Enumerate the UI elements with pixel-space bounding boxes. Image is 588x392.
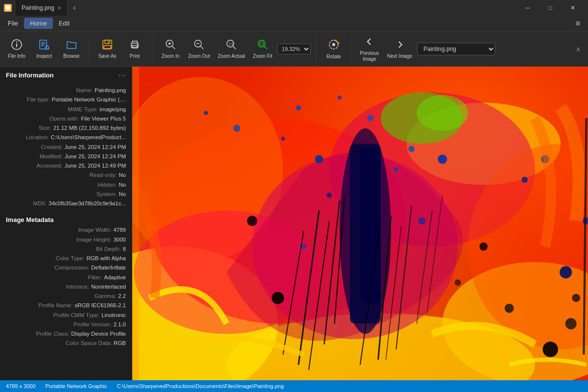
- menu-edit[interactable]: Edit: [53, 18, 75, 29]
- meta-label: Image Height:: [76, 236, 112, 244]
- info-value: June 25, 2024 12:49 PM: [65, 162, 126, 170]
- meta-value: 4789: [113, 226, 126, 234]
- meta-label: Image Width:: [78, 226, 112, 234]
- info-label: Read-only:: [90, 171, 117, 179]
- metadata-row: Profile Name:sRGB IEC61966-2.1: [6, 301, 126, 310]
- meta-value: 3000: [113, 236, 126, 244]
- svg-point-33: [332, 43, 335, 46]
- zoom-out-icon: [193, 39, 205, 52]
- save-as-label: Save As: [98, 53, 117, 59]
- tab-close-button[interactable]: ✕: [57, 5, 61, 11]
- minimize-button[interactable]: ─: [516, 0, 539, 16]
- zoom-in-label: Zoom In: [162, 53, 180, 59]
- tab-area: Painting.png ✕ +: [16, 0, 81, 16]
- metadata-row: Filter:Adaptive: [6, 273, 126, 282]
- zoom-select[interactable]: 19.32% 5% 10% 25% 50% 75% 100%: [277, 44, 311, 54]
- file-info-row: File type:Portable Network Graphic (....: [6, 95, 126, 104]
- browse-label: Browse: [63, 53, 79, 59]
- svg-point-79: [572, 294, 580, 302]
- sidebar: File Information ⋯ Name:Painting.pngFile…: [0, 67, 132, 380]
- zoom-actual-label: Zoom Actual: [218, 53, 245, 59]
- app-icon: [4, 4, 12, 12]
- svg-point-74: [455, 279, 461, 286]
- zoom-fit-button[interactable]: Zoom Fit: [250, 34, 275, 64]
- close-button[interactable]: ✕: [562, 0, 584, 16]
- meta-value: 2.2: [118, 292, 126, 300]
- sidebar-more-button[interactable]: ⋯: [118, 71, 126, 80]
- window-controls: ─ □ ✕: [516, 0, 584, 16]
- meta-value: RGB with Alpha: [86, 254, 126, 263]
- new-tab-button[interactable]: +: [68, 0, 81, 16]
- save-as-icon: [101, 39, 113, 52]
- file-info-button[interactable]: File Info: [4, 34, 29, 64]
- file-info-row: MD5:34c0fb35ae3d78b20c9e9a1c...: [6, 199, 126, 208]
- svg-point-5: [16, 41, 17, 42]
- maximize-button[interactable]: □: [539, 0, 562, 16]
- file-info-row: Created:June 25, 2024 12:24 PM: [6, 143, 126, 152]
- next-image-button[interactable]: Next Image: [384, 34, 415, 64]
- status-path: C:\Users\SharpenedProductions\Documents\…: [117, 383, 284, 389]
- svg-point-56: [281, 137, 285, 141]
- image-viewer[interactable]: [132, 67, 588, 380]
- info-label: Name:: [76, 86, 93, 95]
- info-value: June 25, 2024 12:24 PM: [65, 143, 126, 151]
- file-info-row: System:No: [6, 190, 126, 199]
- hamburger-menu[interactable]: ≡: [570, 17, 586, 30]
- inspect-button[interactable]: Inspect: [31, 34, 57, 64]
- file-info-row: Modified:June 25, 2024 12:24 PM: [6, 152, 126, 161]
- meta-label: Color Space Data:: [66, 339, 112, 347]
- svg-line-11: [49, 49, 49, 49]
- zoom-actual-button[interactable]: 1:1 Zoom Actual: [215, 34, 248, 64]
- info-label: Location:: [26, 133, 49, 142]
- zoom-out-button[interactable]: Zoom Out: [185, 34, 213, 64]
- tab-title: Painting.png: [22, 4, 54, 11]
- status-format: Portable Network Graphic: [46, 383, 107, 389]
- info-label: MIME Type:: [68, 105, 98, 114]
- info-value: File Viewer Plus 5: [81, 115, 126, 123]
- rotate-button[interactable]: Rotate: [321, 34, 346, 64]
- sidebar-title: File Information: [6, 72, 54, 79]
- svg-rect-89: [132, 67, 139, 380]
- metadata-row: Image Height:3000: [6, 235, 126, 245]
- rotate-label: Rotate: [326, 54, 341, 60]
- print-button[interactable]: Print: [122, 34, 147, 64]
- meta-value: Adaptive: [104, 273, 126, 282]
- sidebar-content[interactable]: Name:Painting.pngFile type:Portable Netw…: [0, 84, 132, 380]
- svg-point-55: [438, 154, 447, 164]
- save-as-button[interactable]: Save As: [95, 34, 120, 64]
- info-value: 21.12 MB (22,150,892 bytes): [53, 124, 126, 132]
- metadata-row: Color Type:RGB with Alpha: [6, 254, 126, 263]
- meta-label: Profile Class:: [36, 330, 69, 338]
- svg-point-77: [542, 342, 558, 357]
- ribbon-sep-1: [89, 35, 90, 63]
- active-tab[interactable]: Painting.png ✕: [16, 0, 68, 16]
- browse-button[interactable]: Browse: [59, 34, 84, 64]
- metadata-section-title: Image Metadata: [6, 216, 126, 223]
- svg-point-78: [565, 318, 577, 329]
- info-label: File type:: [27, 96, 50, 104]
- svg-rect-17: [132, 46, 137, 48]
- zoom-control: 19.32% 5% 10% 25% 50% 75% 100%: [277, 44, 311, 54]
- meta-label: Bit Depth:: [96, 245, 121, 253]
- menubar: File Home Edit ≡: [0, 16, 588, 31]
- info-label: Hidden:: [98, 181, 117, 189]
- svg-rect-13: [105, 40, 110, 44]
- info-value: No: [119, 181, 126, 189]
- file-info-row: MIME Type:image/png: [6, 105, 126, 114]
- collapse-ribbon-button[interactable]: ∧: [572, 43, 584, 55]
- menu-file[interactable]: File: [2, 18, 24, 29]
- titlebar: Painting.png ✕ + ─ □ ✕: [0, 0, 588, 16]
- metadata-row: Image Width:4789: [6, 225, 126, 235]
- menu-home[interactable]: Home: [24, 18, 53, 29]
- svg-rect-2: [5, 10, 10, 11]
- zoom-in-button[interactable]: Zoom In: [158, 34, 183, 64]
- print-icon: [129, 39, 141, 52]
- info-value: Painting.png: [95, 86, 126, 95]
- info-value: C:\Users\SharpenedProduct...: [51, 133, 126, 142]
- metadata-row: Profile CMM Type:Linotronic: [6, 311, 126, 320]
- image-selector-dropdown[interactable]: Painting.png: [417, 43, 495, 55]
- metadata-row: Bit Depth:8: [6, 245, 126, 254]
- prev-image-button[interactable]: PreviousImage: [357, 34, 382, 64]
- svg-point-72: [247, 216, 257, 226]
- meta-value: Noninterlaced: [91, 283, 126, 291]
